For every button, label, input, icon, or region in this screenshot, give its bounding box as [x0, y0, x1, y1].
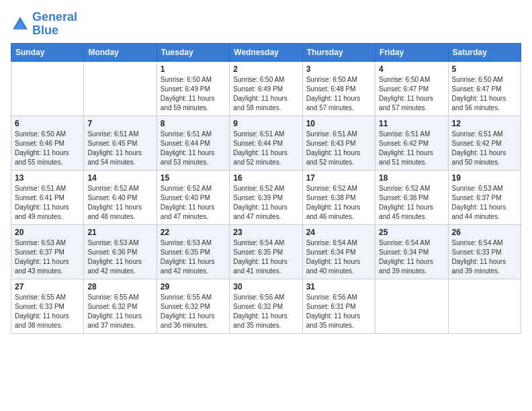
day-info: Sunrise: 6:52 AM Sunset: 6:39 PM Dayligh…: [233, 184, 298, 222]
calendar-cell: 14Sunrise: 6:52 AM Sunset: 6:40 PM Dayli…: [84, 170, 157, 224]
day-number: 1: [161, 64, 226, 74]
calendar-cell: 15Sunrise: 6:52 AM Sunset: 6:40 PM Dayli…: [157, 170, 229, 224]
calendar-cell: 29Sunrise: 6:55 AM Sunset: 6:32 PM Dayli…: [157, 279, 229, 333]
day-info: Sunrise: 6:50 AM Sunset: 6:49 PM Dayligh…: [233, 75, 298, 113]
calendar-table: SundayMondayTuesdayWednesdayThursdayFrid…: [11, 43, 521, 334]
day-info: Sunrise: 6:50 AM Sunset: 6:46 PM Dayligh…: [15, 130, 80, 167]
calendar-cell: 17Sunrise: 6:52 AM Sunset: 6:38 PM Dayli…: [302, 170, 375, 224]
day-number: 4: [379, 64, 444, 74]
calendar-cell: 7Sunrise: 6:51 AM Sunset: 6:45 PM Daylig…: [84, 116, 157, 170]
day-number: 5: [452, 64, 517, 74]
calendar-cell: 16Sunrise: 6:52 AM Sunset: 6:39 PM Dayli…: [230, 170, 302, 224]
calendar-cell: 5Sunrise: 6:50 AM Sunset: 6:47 PM Daylig…: [448, 61, 521, 116]
calendar-cell: 1Sunrise: 6:50 AM Sunset: 6:49 PM Daylig…: [157, 61, 229, 116]
calendar-cell: 24Sunrise: 6:54 AM Sunset: 6:34 PM Dayli…: [302, 224, 375, 279]
calendar-cell: 19Sunrise: 6:53 AM Sunset: 6:37 PM Dayli…: [448, 170, 521, 224]
day-number: 19: [452, 173, 517, 183]
day-number: 6: [15, 119, 80, 128]
calendar-cell: 23Sunrise: 6:54 AM Sunset: 6:35 PM Dayli…: [230, 224, 302, 279]
calendar-cell: 27Sunrise: 6:55 AM Sunset: 6:33 PM Dayli…: [11, 279, 84, 333]
day-number: 29: [161, 282, 226, 291]
day-number: 23: [233, 228, 298, 237]
logo-icon: [11, 15, 30, 34]
day-info: Sunrise: 6:53 AM Sunset: 6:37 PM Dayligh…: [452, 184, 517, 222]
calendar-header-row: SundayMondayTuesdayWednesdayThursdayFrid…: [11, 43, 521, 61]
weekday-header: Sunday: [11, 43, 84, 61]
weekday-header: Saturday: [448, 43, 521, 61]
calendar-cell: 12Sunrise: 6:51 AM Sunset: 6:42 PM Dayli…: [448, 116, 521, 170]
calendar-cell: 4Sunrise: 6:50 AM Sunset: 6:47 PM Daylig…: [375, 61, 448, 116]
day-number: 21: [87, 228, 152, 237]
logo: General Blue: [11, 11, 77, 38]
day-info: Sunrise: 6:52 AM Sunset: 6:38 PM Dayligh…: [306, 184, 371, 222]
day-info: Sunrise: 6:52 AM Sunset: 6:40 PM Dayligh…: [87, 184, 152, 222]
day-info: Sunrise: 6:55 AM Sunset: 6:32 PM Dayligh…: [87, 293, 152, 330]
day-number: 8: [161, 119, 226, 128]
calendar-cell: 22Sunrise: 6:53 AM Sunset: 6:35 PM Dayli…: [157, 224, 229, 279]
day-info: Sunrise: 6:50 AM Sunset: 6:47 PM Dayligh…: [452, 75, 517, 113]
day-info: Sunrise: 6:54 AM Sunset: 6:34 PM Dayligh…: [379, 238, 444, 276]
weekday-header: Wednesday: [230, 43, 302, 61]
day-number: 20: [15, 228, 80, 237]
calendar-cell: 28Sunrise: 6:55 AM Sunset: 6:32 PM Dayli…: [84, 279, 157, 333]
page-header: General Blue: [11, 11, 521, 38]
day-number: 2: [233, 64, 298, 74]
day-info: Sunrise: 6:56 AM Sunset: 6:31 PM Dayligh…: [306, 293, 371, 330]
calendar-cell: 18Sunrise: 6:52 AM Sunset: 6:38 PM Dayli…: [375, 170, 448, 224]
day-number: 13: [15, 173, 80, 183]
calendar-week-row: 6Sunrise: 6:50 AM Sunset: 6:46 PM Daylig…: [11, 116, 521, 170]
day-number: 27: [15, 282, 80, 291]
day-number: 10: [306, 119, 371, 128]
calendar-cell: 21Sunrise: 6:53 AM Sunset: 6:36 PM Dayli…: [84, 224, 157, 279]
day-info: Sunrise: 6:53 AM Sunset: 6:36 PM Dayligh…: [87, 238, 152, 276]
day-info: Sunrise: 6:53 AM Sunset: 6:35 PM Dayligh…: [161, 238, 226, 276]
calendar-cell: 10Sunrise: 6:51 AM Sunset: 6:43 PM Dayli…: [302, 116, 375, 170]
day-number: 9: [233, 119, 298, 128]
calendar-cell: 2Sunrise: 6:50 AM Sunset: 6:49 PM Daylig…: [230, 61, 302, 116]
day-info: Sunrise: 6:51 AM Sunset: 6:43 PM Dayligh…: [306, 130, 371, 167]
weekday-header: Friday: [375, 43, 448, 61]
day-info: Sunrise: 6:55 AM Sunset: 6:32 PM Dayligh…: [161, 293, 226, 330]
day-info: Sunrise: 6:53 AM Sunset: 6:37 PM Dayligh…: [15, 238, 80, 276]
day-number: 15: [161, 173, 226, 183]
calendar-cell: 6Sunrise: 6:50 AM Sunset: 6:46 PM Daylig…: [11, 116, 84, 170]
weekday-header: Thursday: [302, 43, 375, 61]
calendar-cell: 25Sunrise: 6:54 AM Sunset: 6:34 PM Dayli…: [375, 224, 448, 279]
calendar-cell: [84, 61, 157, 116]
weekday-header: Tuesday: [157, 43, 229, 61]
logo-text: General Blue: [32, 11, 77, 38]
calendar-cell: 20Sunrise: 6:53 AM Sunset: 6:37 PM Dayli…: [11, 224, 84, 279]
day-number: 22: [161, 228, 226, 237]
day-info: Sunrise: 6:54 AM Sunset: 6:35 PM Dayligh…: [233, 238, 298, 276]
day-info: Sunrise: 6:50 AM Sunset: 6:48 PM Dayligh…: [306, 75, 371, 113]
calendar-cell: 11Sunrise: 6:51 AM Sunset: 6:42 PM Dayli…: [375, 116, 448, 170]
calendar-cell: 3Sunrise: 6:50 AM Sunset: 6:48 PM Daylig…: [302, 61, 375, 116]
day-info: Sunrise: 6:55 AM Sunset: 6:33 PM Dayligh…: [15, 293, 80, 330]
calendar-cell: [11, 61, 84, 116]
day-info: Sunrise: 6:51 AM Sunset: 6:42 PM Dayligh…: [379, 130, 444, 167]
day-info: Sunrise: 6:51 AM Sunset: 6:42 PM Dayligh…: [452, 130, 517, 167]
calendar-cell: [375, 279, 448, 333]
calendar-cell: 31Sunrise: 6:56 AM Sunset: 6:31 PM Dayli…: [302, 279, 375, 333]
day-number: 3: [306, 64, 371, 74]
calendar-week-row: 27Sunrise: 6:55 AM Sunset: 6:33 PM Dayli…: [11, 279, 521, 333]
day-number: 12: [452, 119, 517, 128]
calendar-week-row: 1Sunrise: 6:50 AM Sunset: 6:49 PM Daylig…: [11, 61, 521, 116]
day-info: Sunrise: 6:52 AM Sunset: 6:38 PM Dayligh…: [379, 184, 444, 222]
calendar-week-row: 20Sunrise: 6:53 AM Sunset: 6:37 PM Dayli…: [11, 224, 521, 279]
day-info: Sunrise: 6:51 AM Sunset: 6:44 PM Dayligh…: [161, 130, 226, 167]
day-info: Sunrise: 6:51 AM Sunset: 6:41 PM Dayligh…: [15, 184, 80, 222]
day-number: 26: [452, 228, 517, 237]
day-info: Sunrise: 6:52 AM Sunset: 6:40 PM Dayligh…: [161, 184, 226, 222]
calendar-cell: 9Sunrise: 6:51 AM Sunset: 6:44 PM Daylig…: [230, 116, 302, 170]
day-info: Sunrise: 6:54 AM Sunset: 6:33 PM Dayligh…: [452, 238, 517, 276]
day-number: 16: [233, 173, 298, 183]
day-info: Sunrise: 6:51 AM Sunset: 6:45 PM Dayligh…: [87, 130, 152, 167]
day-number: 17: [306, 173, 371, 183]
weekday-header: Monday: [84, 43, 157, 61]
day-info: Sunrise: 6:56 AM Sunset: 6:32 PM Dayligh…: [233, 293, 298, 330]
calendar-cell: 30Sunrise: 6:56 AM Sunset: 6:32 PM Dayli…: [230, 279, 302, 333]
day-number: 11: [379, 119, 444, 128]
day-number: 25: [379, 228, 444, 237]
day-info: Sunrise: 6:50 AM Sunset: 6:49 PM Dayligh…: [161, 75, 226, 113]
